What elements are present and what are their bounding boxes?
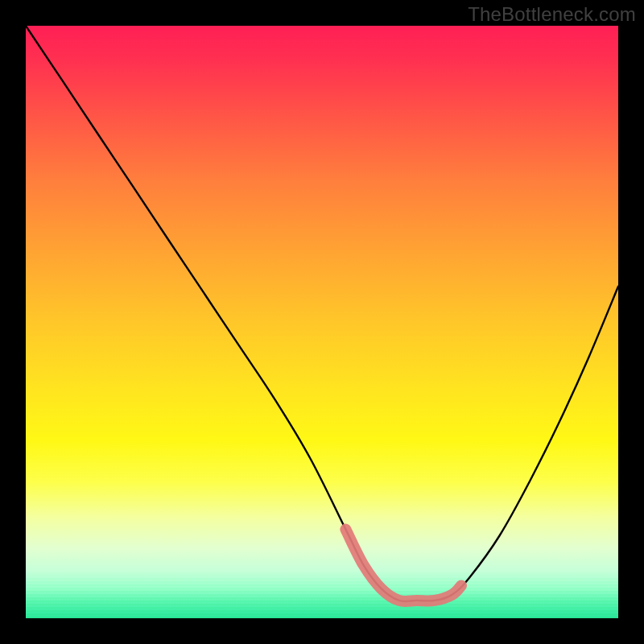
chart-svg — [26, 26, 618, 618]
plot-area — [26, 26, 618, 618]
watermark-label: TheBottleneck.com — [468, 3, 636, 26]
chart-frame: TheBottleneck.com — [0, 0, 644, 644]
bottleneck-curve-line — [26, 26, 618, 601]
optimal-range-highlight — [345, 530, 461, 602]
